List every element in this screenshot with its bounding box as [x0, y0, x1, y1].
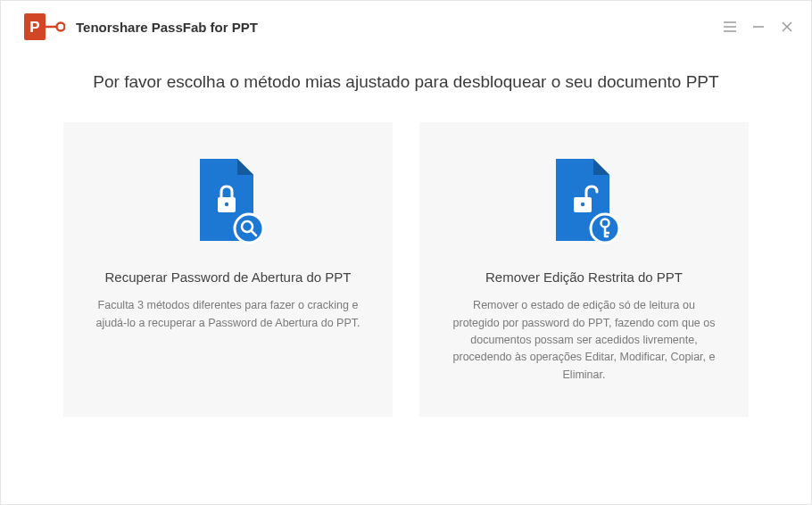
remove-option-title: Remover Edição Restrita do PPT [476, 269, 692, 286]
option-remove-restriction[interactable]: Remover Edição Restrita do PPT Remover o… [419, 122, 749, 417]
page-heading: Por favor escolha o método mias ajustado… [1, 72, 811, 92]
menu-icon[interactable] [722, 19, 738, 35]
svg-point-16 [580, 203, 584, 206]
titlebar: P Tenorshare PassFab for PPT [1, 1, 811, 49]
close-icon[interactable] [779, 19, 795, 35]
minimize-icon[interactable] [750, 19, 766, 35]
option-recover-password[interactable]: Recuperar Password de Abertura do PPT Fa… [63, 122, 393, 417]
svg-point-3 [57, 23, 65, 31]
locked-document-search-icon [189, 154, 268, 252]
svg-point-12 [235, 214, 263, 243]
unlocked-document-key-icon [545, 154, 624, 252]
recover-option-title: Recuperar Password de Abertura do PPT [96, 269, 360, 286]
app-title: Tenorshare PassFab for PPT [76, 20, 258, 35]
window-controls [722, 19, 795, 35]
svg-text:P: P [29, 19, 39, 36]
svg-point-11 [224, 203, 228, 206]
recover-option-desc: Faculta 3 métodos diferentes para fazer … [88, 297, 368, 332]
options-container: Recuperar Password de Abertura do PPT Fa… [1, 122, 811, 417]
brand: P Tenorshare PassFab for PPT [24, 13, 258, 40]
app-logo-icon: P [24, 13, 65, 40]
remove-option-desc: Remover o estado de edição só de leitura… [444, 297, 724, 384]
